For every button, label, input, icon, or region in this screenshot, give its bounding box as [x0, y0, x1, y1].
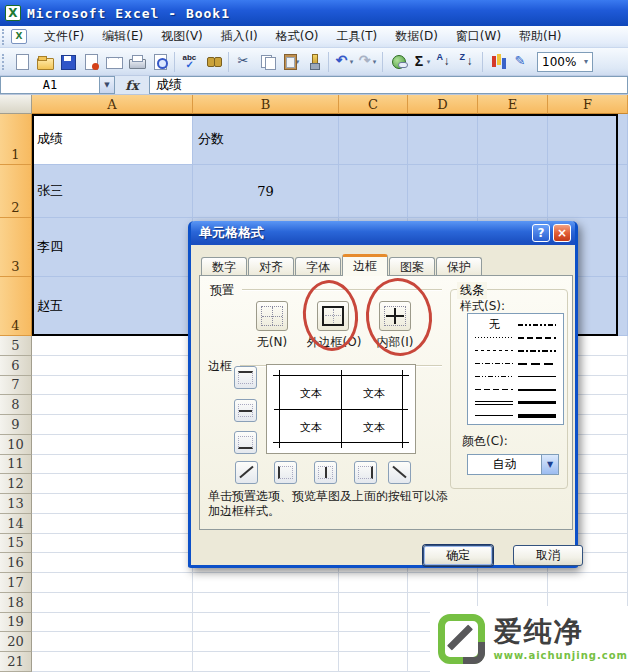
cell-B21[interactable] [193, 652, 339, 672]
cell-A3[interactable]: 李四 [32, 218, 193, 277]
row-header-10[interactable]: 10 [0, 435, 32, 455]
cell-D2[interactable] [408, 165, 478, 218]
redo-button[interactable]: ▾ [356, 51, 378, 73]
row-header-12[interactable]: 12 [0, 474, 32, 494]
preset-outline-button[interactable] [317, 301, 349, 331]
cell-E2[interactable] [478, 165, 548, 218]
cell-D1[interactable] [408, 114, 478, 165]
menu-item[interactable]: 数据(D) [386, 25, 447, 48]
dialog-title-bar[interactable]: 单元格格式 ? × [191, 221, 575, 245]
border-right-button[interactable] [354, 461, 377, 484]
tab-图案[interactable]: 图案 [389, 257, 435, 276]
row-header-20[interactable]: 20 [0, 632, 32, 652]
insert-function-icon[interactable]: fx [115, 76, 149, 94]
column-header-B[interactable]: B [193, 95, 339, 114]
line-style-option-solid-xl[interactable] [516, 414, 559, 418]
column-header-C[interactable]: C [339, 95, 408, 114]
line-style-option-dashdot-md[interactable] [516, 350, 559, 352]
row-header-17[interactable]: 17 [0, 573, 32, 593]
tab-字体[interactable]: 字体 [295, 257, 341, 276]
menu-item[interactable]: 编辑(E) [93, 25, 152, 48]
formula-input[interactable]: 成绩 [149, 76, 628, 94]
cell-A17[interactable] [32, 573, 193, 593]
cell-B2[interactable]: 79 [193, 165, 339, 218]
line-style-option-dashdotdot[interactable] [473, 376, 516, 377]
hyperlink-button[interactable] [387, 51, 409, 73]
copy-button[interactable] [256, 51, 278, 73]
line-style-option-dash-md[interactable] [516, 337, 559, 339]
chart-button[interactable] [487, 51, 509, 73]
border-left-button[interactable] [274, 461, 297, 484]
name-box[interactable]: A1 [0, 76, 100, 94]
cell-B20[interactable] [193, 632, 339, 652]
save-button[interactable] [56, 51, 78, 73]
row-header-1[interactable]: 1 [0, 114, 32, 165]
row-header-15[interactable]: 15 [0, 534, 32, 554]
column-header-A[interactable]: A [32, 95, 193, 114]
cell-A19[interactable] [32, 613, 193, 633]
cell-C2[interactable] [339, 165, 408, 218]
cell-A1[interactable]: 成绩 [32, 114, 193, 165]
spelling-button[interactable] [179, 51, 201, 73]
cell-A16[interactable] [32, 553, 193, 573]
row-header-3[interactable]: 3 [0, 218, 32, 277]
row-header-13[interactable]: 13 [0, 494, 32, 514]
line-style-option-solid-sm[interactable] [516, 376, 559, 378]
sort-asc-button[interactable] [433, 51, 455, 73]
cell-C17[interactable] [339, 573, 408, 593]
menu-item[interactable]: 窗口(W) [447, 25, 510, 48]
cell-A9[interactable] [32, 415, 193, 435]
border-diagonal-down-button[interactable] [388, 461, 411, 484]
row-header-16[interactable]: 16 [0, 553, 32, 573]
line-style-listbox[interactable]: 无 [467, 313, 564, 425]
row-header-19[interactable]: 19 [0, 613, 32, 633]
line-style-option-dash-lg[interactable] [516, 363, 559, 365]
cell-C21[interactable] [339, 652, 408, 672]
preset-none-button[interactable] [256, 301, 288, 331]
autosum-button[interactable]: ▾ [410, 51, 432, 73]
cell-F2[interactable] [548, 165, 628, 218]
undo-button[interactable]: ▾ [333, 51, 355, 73]
tab-数字[interactable]: 数字 [201, 257, 247, 276]
row-header-8[interactable]: 8 [0, 395, 32, 415]
color-dropdown[interactable]: 自动 ▼ [467, 454, 559, 475]
paste-button[interactable]: ▾ [279, 51, 301, 73]
row-header-14[interactable]: 14 [0, 514, 32, 534]
cell-A20[interactable] [32, 632, 193, 652]
border-horizontal-middle-button[interactable] [234, 399, 257, 422]
cell-B17[interactable] [193, 573, 339, 593]
row-header-11[interactable]: 11 [0, 455, 32, 475]
line-style-option-solid-thin[interactable] [473, 415, 516, 416]
cell-A15[interactable] [32, 534, 193, 554]
column-header-E[interactable]: E [478, 95, 548, 114]
close-button[interactable]: × [553, 224, 571, 242]
menu-item[interactable]: 插入(I) [212, 25, 267, 48]
border-preview[interactable]: 文本 文本 文本 文本 [266, 364, 416, 454]
cell-A5[interactable] [32, 336, 193, 356]
menu-item[interactable]: 视图(V) [152, 25, 212, 48]
preset-inside-button[interactable] [379, 301, 411, 331]
email-button[interactable] [102, 51, 124, 73]
cell-C18[interactable] [339, 593, 408, 613]
cell-E17[interactable] [478, 573, 548, 593]
permission-button[interactable] [79, 51, 101, 73]
cell-F1[interactable] [548, 114, 628, 165]
column-header-D[interactable]: D [408, 95, 478, 114]
row-header-18[interactable]: 18 [0, 593, 32, 613]
tab-边框[interactable]: 边框 [342, 254, 388, 276]
cell-A12[interactable] [32, 474, 193, 494]
cell-B18[interactable] [193, 593, 339, 613]
line-style-option-none[interactable]: 无 [473, 317, 516, 332]
cell-A7[interactable] [32, 376, 193, 396]
cell-A10[interactable] [32, 435, 193, 455]
cell-D17[interactable] [408, 573, 478, 593]
cell-A4[interactable]: 赵五 [32, 277, 193, 336]
ok-button[interactable]: 确定 [423, 545, 493, 566]
cell-B19[interactable] [193, 613, 339, 633]
column-header-F[interactable]: F [548, 95, 628, 114]
line-style-option-dot[interactable] [473, 337, 516, 338]
cell-E1[interactable] [478, 114, 548, 165]
border-bottom-button[interactable] [234, 431, 257, 454]
line-style-option-dashdot[interactable] [473, 363, 516, 364]
open-button[interactable] [33, 51, 55, 73]
